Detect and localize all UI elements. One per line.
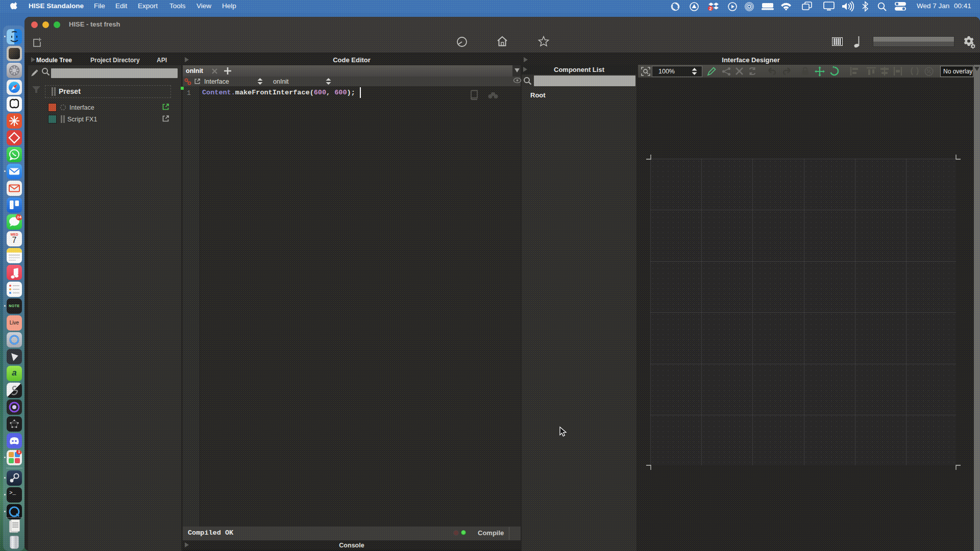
svg-text:2: 2 (709, 6, 712, 11)
